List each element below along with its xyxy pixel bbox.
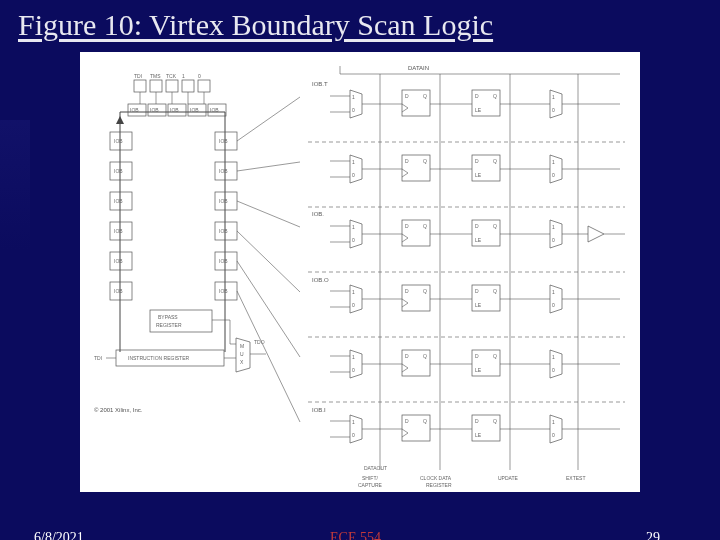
svg-text:IOB: IOB [219, 138, 228, 144]
svg-text:1: 1 [552, 289, 555, 295]
svg-text:IOB: IOB [219, 258, 228, 264]
svg-text:IOB: IOB [210, 107, 219, 113]
svg-text:1: 1 [352, 94, 355, 100]
svg-text:TCK: TCK [166, 73, 177, 79]
svg-text:IOB: IOB [114, 258, 123, 264]
svg-text:Q: Q [423, 353, 427, 359]
row-label-5: IOB.I [312, 407, 326, 413]
svg-line-55 [237, 231, 300, 292]
svg-text:0: 0 [352, 107, 355, 113]
svg-text:LE: LE [475, 367, 482, 373]
svg-text:LE: LE [475, 172, 482, 178]
svg-text:INSTRUCTION REGISTER: INSTRUCTION REGISTER [128, 355, 190, 361]
svg-text:Q: Q [493, 353, 497, 359]
cell-row-5: DQ DQLE 10 10 [330, 350, 620, 378]
side-accent [0, 120, 30, 250]
svg-text:D: D [405, 288, 409, 294]
svg-text:CAPTURE: CAPTURE [358, 482, 383, 488]
svg-text:IOB: IOB [114, 288, 123, 294]
svg-text:1: 1 [552, 224, 555, 230]
label-shift-capture: SHIFT/ [362, 475, 378, 481]
svg-text:Q: Q [493, 93, 497, 99]
boundary-scan-diagram: DATAIN TDI TMS TCK 1 0 IOB IOB IOB IOB I… [80, 52, 640, 492]
svg-text:D: D [405, 93, 409, 99]
svg-line-52 [237, 97, 300, 141]
svg-text:Q: Q [493, 223, 497, 229]
svg-text:D: D [405, 418, 409, 424]
cell-row-6: DQ DQLE 10 10 [330, 415, 620, 443]
label-update: UPDATE [498, 475, 519, 481]
svg-text:1: 1 [552, 354, 555, 360]
svg-text:D: D [475, 93, 479, 99]
iob-left-column: IOB IOB IOB IOB IOB IOB [110, 132, 132, 300]
top-pin-row: TDI TMS TCK 1 0 [134, 73, 210, 104]
svg-text:LE: LE [475, 432, 482, 438]
svg-text:0: 0 [352, 432, 355, 438]
svg-text:D: D [405, 158, 409, 164]
svg-text:IOB: IOB [219, 288, 228, 294]
svg-text:Q: Q [493, 418, 497, 424]
cell-row-2: DQ DQLE 10 10 [330, 155, 620, 183]
svg-text:IOB: IOB [114, 198, 123, 204]
svg-text:D: D [475, 158, 479, 164]
svg-text:Q: Q [423, 288, 427, 294]
svg-text:LE: LE [475, 302, 482, 308]
svg-text:1: 1 [352, 289, 355, 295]
svg-text:LE: LE [475, 107, 482, 113]
svg-text:IOB: IOB [114, 168, 123, 174]
svg-text:0: 0 [552, 107, 555, 113]
svg-text:IOB: IOB [219, 198, 228, 204]
svg-rect-6 [198, 80, 210, 92]
svg-text:1: 1 [552, 94, 555, 100]
svg-rect-4 [166, 80, 178, 92]
svg-text:1: 1 [352, 224, 355, 230]
svg-line-54 [237, 201, 300, 227]
svg-text:0: 0 [352, 237, 355, 243]
footer-course: ECE 554 [330, 530, 381, 540]
svg-text:0: 0 [352, 367, 355, 373]
cell-row-4: DQ DQLE 10 10 [330, 285, 620, 313]
svg-text:TDO: TDO [254, 339, 265, 345]
svg-text:0: 0 [552, 302, 555, 308]
svg-text:X: X [240, 359, 244, 365]
copyright-text: © 2001 Xilinx, Inc. [94, 407, 143, 413]
svg-text:D: D [475, 223, 479, 229]
svg-text:D: D [405, 353, 409, 359]
svg-text:0: 0 [552, 432, 555, 438]
svg-text:BYPASS: BYPASS [158, 314, 178, 320]
footer-date: 6/8/2021 [34, 530, 84, 540]
cell-row-1: 1 0 D Q D Q LE 1 0 [330, 90, 620, 118]
svg-text:D: D [475, 288, 479, 294]
svg-text:REGISTER: REGISTER [426, 482, 452, 488]
svg-line-56 [237, 261, 300, 357]
figure-area: DATAIN TDI TMS TCK 1 0 IOB IOB IOB IOB I… [80, 52, 640, 492]
svg-text:1: 1 [352, 159, 355, 165]
svg-text:IOB: IOB [114, 138, 123, 144]
svg-text:TDI: TDI [94, 355, 102, 361]
svg-text:U: U [240, 351, 244, 357]
svg-text:0: 0 [198, 73, 201, 79]
svg-text:LE: LE [475, 237, 482, 243]
svg-text:0: 0 [352, 302, 355, 308]
row-label-2: IOB. [312, 211, 324, 217]
svg-text:Q: Q [493, 158, 497, 164]
svg-text:Q: Q [423, 93, 427, 99]
svg-line-57 [237, 291, 300, 422]
svg-text:Q: Q [423, 418, 427, 424]
svg-text:M: M [240, 343, 244, 349]
svg-rect-3 [150, 80, 162, 92]
footer-page: 29 [646, 530, 660, 540]
svg-text:TDI: TDI [134, 73, 142, 79]
svg-text:IOB: IOB [130, 107, 139, 113]
label-dataout: DATAOUT [364, 465, 387, 471]
svg-text:REGISTER: REGISTER [156, 322, 182, 328]
svg-text:TMS: TMS [150, 73, 161, 79]
svg-line-53 [237, 162, 300, 171]
svg-text:0: 0 [552, 237, 555, 243]
iob-top-row: IOB IOB IOB IOB IOB [128, 104, 226, 116]
svg-text:IOB: IOB [150, 107, 159, 113]
svg-rect-2 [134, 80, 146, 92]
row-label-0: IOB.T [312, 81, 328, 87]
svg-text:IOB: IOB [219, 228, 228, 234]
label-extest: EXTEST [566, 475, 585, 481]
